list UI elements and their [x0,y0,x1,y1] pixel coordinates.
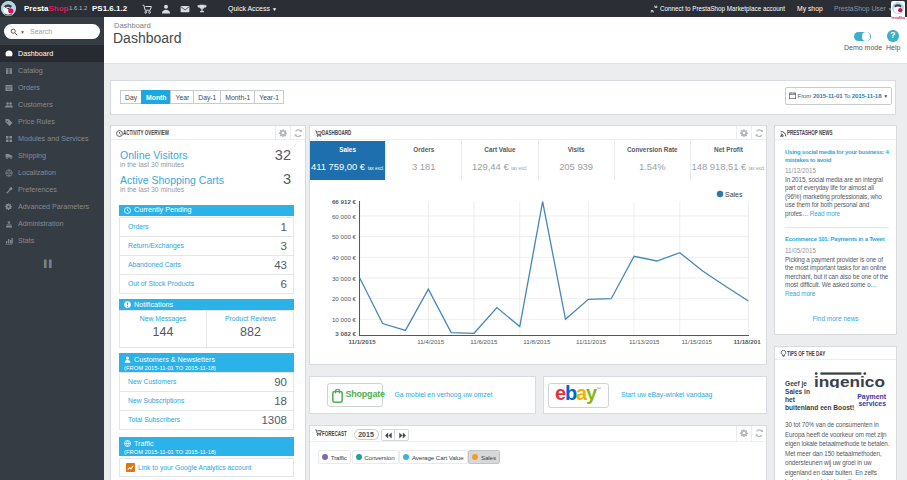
svg-text:Sales: Sales [725,191,743,198]
svg-text:11/13/2015: 11/13/2015 [629,338,660,345]
svg-text:ingenico: ingenico [814,374,885,388]
svg-text:10 000 €: 10 000 € [332,316,357,323]
svg-text:11/15/2015: 11/15/2015 [682,338,713,345]
svg-text:11/18/201: 11/18/201 [733,338,761,345]
svg-text:11/8/2015: 11/8/2015 [523,338,551,345]
svg-text:11/1/2015: 11/1/2015 [348,338,376,345]
svg-text:11/11/2015: 11/11/2015 [576,338,607,345]
svg-text:11/4/2015: 11/4/2015 [417,338,445,345]
svg-text:50 000 €: 50 000 € [332,233,357,240]
svg-text:3 082 €: 3 082 € [335,330,356,337]
svg-text:PrestaShop: PrestaShop [891,16,905,20]
svg-text:20 000 €: 20 000 € [332,295,357,302]
svg-text:40 000 €: 40 000 € [332,254,357,261]
svg-text:11/6/2015: 11/6/2015 [470,338,498,345]
svg-text:30 000 €: 30 000 € [332,275,357,282]
svg-text:66 912 €: 66 912 € [332,198,357,205]
svg-text:60 000 €: 60 000 € [332,213,357,220]
